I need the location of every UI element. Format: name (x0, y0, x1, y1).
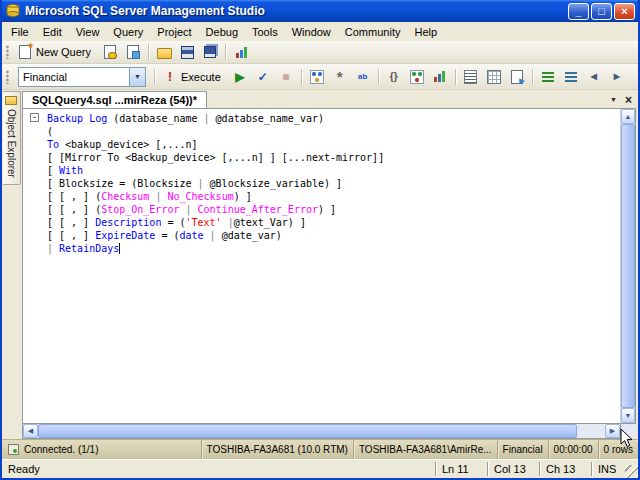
resize-grip-icon[interactable] (625, 465, 638, 478)
parse-icon: ✓ (255, 69, 271, 85)
code-line[interactable]: To <bakup_device> [,...n] (47, 138, 620, 151)
minimize-button[interactable]: _ (568, 3, 589, 20)
code-line[interactable]: [ [Mirror To <Backup_device> [,...n] ] [… (47, 151, 620, 164)
uncomment-selection-icon (563, 69, 579, 85)
results-to-text-button[interactable] (460, 67, 482, 87)
scroll-up-icon[interactable] (621, 109, 635, 124)
code-line[interactable]: [ [ , ] (Checksum | No_Checksum) ] (47, 190, 620, 203)
code-token: ) ] (234, 191, 252, 202)
code-line[interactable]: -Backup Log (database_name | @databse_na… (47, 112, 620, 125)
status-panel-ch: Ch 13 (539, 462, 591, 476)
code-token: @date_var) (216, 230, 282, 241)
increase-indent-icon (609, 69, 625, 85)
scroll-down-icon[interactable] (621, 408, 635, 423)
code-token: ExpireDate (95, 230, 155, 241)
code-line[interactable]: [ [ , ] ExpireDate = (date | @date_var) (47, 229, 620, 242)
decrease-indent-icon (586, 69, 602, 85)
menu-tools[interactable]: Tools (245, 24, 285, 40)
scroll-left-icon[interactable] (23, 424, 38, 438)
cancel-executing-query-button[interactable]: ■ (275, 67, 297, 87)
horizontal-scroll-track[interactable] (38, 424, 605, 438)
save-button[interactable] (176, 42, 198, 62)
client-statistics-button[interactable] (429, 67, 451, 87)
debug-icon: ▶ (232, 69, 248, 85)
query-options-icon (332, 69, 348, 85)
fold-collapse-icon[interactable]: - (30, 113, 39, 122)
code-line[interactable]: [ [ , ] (Stop_On_Error | Continue_After_… (47, 203, 620, 216)
save-all-icon (202, 44, 218, 60)
results-to-file-icon (509, 69, 525, 85)
toolbar-grip[interactable] (6, 70, 9, 84)
analysis-services-query-button[interactable] (122, 42, 144, 62)
code-line[interactable]: [ [ , ] Description = ('Text' |@text_Var… (47, 216, 620, 229)
results-to-grid-button[interactable] (483, 67, 505, 87)
horizontal-scrollbar[interactable] (22, 424, 621, 439)
decrease-indent-button[interactable] (583, 67, 605, 87)
code-token: Continue_After_Error (198, 204, 318, 215)
menu-file[interactable]: File (4, 24, 36, 40)
document-tabstrip: SQLQuery4.sql ...mirReza (54))* ▼ × (22, 90, 636, 108)
intellisense-enabled-button[interactable] (352, 67, 374, 87)
database-combo[interactable]: Financial ▼ (18, 67, 146, 87)
code-token: @text_Var) ] (234, 217, 306, 228)
object-explorer-tab[interactable]: Object Explorer (3, 91, 21, 185)
editor-frame: -Backup Log (database_name | @databse_na… (22, 108, 636, 424)
debug-button[interactable]: ▶ (229, 67, 251, 87)
increase-indent-button[interactable] (606, 67, 628, 87)
status-panel-col: Col 13 (487, 462, 539, 476)
code-token: [ (47, 165, 59, 176)
database-engine-query-button[interactable] (99, 42, 121, 62)
code-line[interactable]: [ With (47, 164, 620, 177)
include-actual-plan-button[interactable] (406, 67, 428, 87)
activity-monitor-button[interactable] (230, 42, 252, 62)
client-statistics-icon (432, 69, 448, 85)
database-combo-value: Financial (19, 71, 129, 83)
vertical-scrollbar-thumb[interactable] (621, 124, 635, 408)
comment-selection-button[interactable] (537, 67, 559, 87)
include-actual-plan-icon (409, 69, 425, 85)
chevron-down-icon[interactable]: ▼ (129, 68, 145, 86)
connection-cell: 00:00:00 (548, 440, 598, 459)
query-options-button[interactable] (329, 67, 351, 87)
code-token: @Blocksize_variable) ] (204, 178, 342, 189)
uncomment-selection-button[interactable] (560, 67, 582, 87)
code-token: RetainDays (59, 243, 119, 254)
save-all-button[interactable] (199, 42, 221, 62)
connection-cell: TOSHIBA-FA3A681\AmirRe... (353, 440, 497, 459)
menu-view[interactable]: View (69, 24, 107, 40)
menu-project[interactable]: Project (150, 24, 198, 40)
code-token: (database_name (113, 113, 203, 124)
horizontal-scrollbar-thumb[interactable] (38, 424, 577, 438)
close-document-icon[interactable]: × (621, 92, 636, 107)
execute-button[interactable]: !Execute (159, 67, 228, 87)
parse-button[interactable]: ✓ (252, 67, 274, 87)
status-panel-ln: Ln 11 (435, 462, 487, 476)
new-query-button[interactable]: New Query (14, 42, 98, 62)
code-token: [ [ , ] ( (47, 191, 101, 202)
menu-query[interactable]: Query (106, 24, 150, 40)
active-files-dropdown-icon[interactable]: ▼ (606, 92, 621, 107)
new-query-button-label: New Query (36, 46, 91, 58)
menu-community[interactable]: Community (338, 24, 408, 40)
menu-edit[interactable]: Edit (36, 24, 69, 40)
code-line[interactable]: ( (47, 125, 620, 138)
menu-window[interactable]: Window (285, 24, 338, 40)
template-parameters-button[interactable] (383, 67, 405, 87)
show-estimated-plan-button[interactable] (306, 67, 328, 87)
menu-help[interactable]: Help (407, 24, 444, 40)
scroll-right-icon[interactable] (605, 424, 620, 438)
app-window: Microsoft SQL Server Management Studio _… (0, 0, 640, 480)
document-tab[interactable]: SQLQuery4.sql ...mirReza (54))* (22, 91, 207, 108)
maximize-button[interactable]: □ (591, 3, 612, 20)
vertical-scrollbar[interactable] (620, 109, 635, 423)
open-file-button[interactable] (153, 42, 175, 62)
menu-debug[interactable]: Debug (199, 24, 245, 40)
code-line[interactable]: [ Blocksize = (Blocksize | @Blocksize_va… (47, 177, 620, 190)
code-token: Stop_On_Error (101, 204, 179, 215)
results-to-file-button[interactable] (506, 67, 528, 87)
close-button[interactable]: × (614, 3, 635, 20)
code-editor[interactable]: -Backup Log (database_name | @databse_na… (23, 109, 620, 423)
connection-state-text: Connected. (1/1) (24, 444, 99, 455)
toolbar-grip[interactable] (6, 45, 9, 59)
code-line[interactable]: | RetainDays (47, 242, 620, 255)
